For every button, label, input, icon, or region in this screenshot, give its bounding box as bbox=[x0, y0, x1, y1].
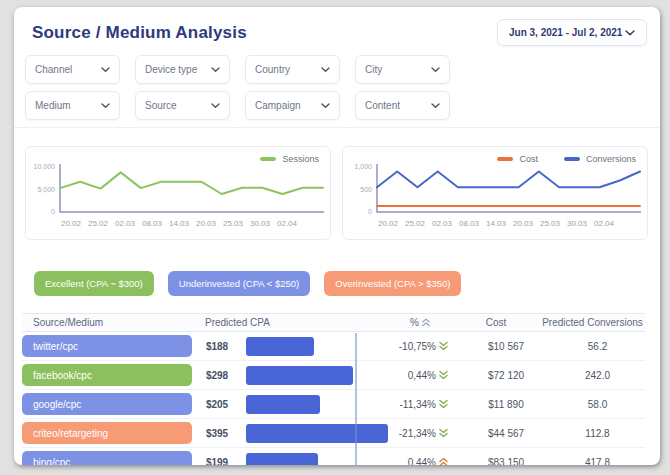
x-axis-tick: 20.03 bbox=[508, 219, 538, 228]
x-axis-tick: 20.02 bbox=[56, 219, 86, 228]
filter-label: Campaign bbox=[255, 100, 301, 111]
predicted-conversions-cell: 242.0 bbox=[550, 370, 645, 381]
cost-cell: $44 567 bbox=[462, 428, 550, 439]
source-medium-badge: bing/cpc bbox=[22, 451, 192, 465]
dashboard-card: Source / Medium Analysis Jun 3, 2021 - J… bbox=[14, 7, 660, 465]
table-row[interactable]: bing/cpc$1990,44%$83 150417.8 bbox=[22, 448, 645, 465]
filter-select-campaign[interactable]: Campaign bbox=[245, 91, 340, 120]
section-divider bbox=[14, 127, 660, 128]
source-medium-cell: facebook/cpc bbox=[22, 364, 192, 386]
trend-down-icon bbox=[439, 428, 448, 438]
cost-cell: $72 120 bbox=[462, 370, 550, 381]
y-axis-tick: 10,000 bbox=[26, 163, 55, 170]
filter-label: Country bbox=[255, 64, 290, 75]
x-axis-tick: 02.03 bbox=[110, 219, 140, 228]
x-axis-tick: 30.03 bbox=[245, 219, 275, 228]
legend-item-conversions: Conversions bbox=[564, 154, 636, 164]
y-axis-tick: 0 bbox=[26, 208, 55, 215]
filter-select-country[interactable]: Country bbox=[245, 55, 340, 84]
chevron-down-icon bbox=[211, 67, 220, 73]
predicted-conversions-cell: 58.0 bbox=[550, 399, 645, 410]
x-axis-tick: 25.02 bbox=[400, 219, 430, 228]
x-axis-tick: 25.03 bbox=[535, 219, 565, 228]
table-row[interactable]: twitter/cpc$188-10,75%$10 56756.2 bbox=[22, 332, 645, 361]
table-row[interactable]: google/cpc$205-11,34%$11 89058.0 bbox=[22, 390, 645, 419]
cost-cell: $10 567 bbox=[462, 341, 550, 352]
percent-change-cell: 0,44% bbox=[362, 457, 462, 466]
filter-select-city[interactable]: City bbox=[355, 55, 450, 84]
chevron-down-icon bbox=[625, 30, 635, 36]
source-medium-cell: google/cpc bbox=[22, 393, 192, 415]
col-header-percent[interactable]: % bbox=[352, 317, 452, 328]
chevron-down-icon bbox=[211, 103, 220, 109]
col-header-cost: Cost bbox=[452, 317, 540, 328]
legend-label: Conversions bbox=[586, 154, 636, 164]
x-axis-tick: 08.03 bbox=[454, 219, 484, 228]
filter-select-device-type[interactable]: Device type bbox=[135, 55, 230, 84]
filter-select-content[interactable]: Content bbox=[355, 91, 450, 120]
x-axis-tick: 20.02 bbox=[373, 219, 403, 228]
trend-up-icon bbox=[439, 457, 448, 465]
legend-item-sessions: Sessions bbox=[260, 154, 319, 164]
filter-bar: ChannelDevice typeCountryCityMediumSourc… bbox=[25, 55, 450, 120]
filter-select-medium[interactable]: Medium bbox=[25, 91, 120, 120]
cpa-bar bbox=[246, 366, 353, 385]
trend-down-icon bbox=[439, 399, 448, 409]
table-row[interactable]: facebook/cpc$2980,44%$72 120242.0 bbox=[22, 361, 645, 390]
legend-label: Cost bbox=[519, 154, 538, 164]
x-axis-tick: 02.03 bbox=[427, 219, 457, 228]
source-medium-badge: google/cpc bbox=[22, 393, 192, 415]
x-axis-tick: 25.03 bbox=[218, 219, 248, 228]
table-row[interactable]: criteo/retargeting$395-21,34%$44 567112.… bbox=[22, 419, 645, 448]
x-axis-tick: 25.02 bbox=[83, 219, 113, 228]
trend-down-icon bbox=[439, 341, 448, 351]
chevron-down-icon bbox=[101, 103, 110, 109]
legend-dash-icon bbox=[260, 157, 276, 161]
cpa-legend-chip-underinvested: Underinvested (CPA < $250) bbox=[168, 271, 311, 296]
col-header-predicted-cpa: Predicted CPA bbox=[192, 317, 352, 328]
chart-legend: Sessions bbox=[260, 154, 319, 164]
filter-select-source[interactable]: Source bbox=[135, 91, 230, 120]
filter-label: Content bbox=[365, 100, 400, 111]
x-axis-tick: 14.03 bbox=[481, 219, 511, 228]
predicted-cpa-value: $205 bbox=[192, 399, 242, 410]
cost-cell: $11 890 bbox=[462, 399, 550, 410]
legend-dash-icon bbox=[564, 157, 580, 161]
trend-down-icon bbox=[439, 370, 448, 380]
legend-item-cost: Cost bbox=[497, 154, 538, 164]
cpa-bar-cell bbox=[242, 395, 362, 414]
percent-change-cell: -11,34% bbox=[362, 399, 462, 410]
predicted-cpa-value: $395 bbox=[192, 428, 242, 439]
chevron-down-icon bbox=[431, 103, 440, 109]
cpa-bar-cell bbox=[242, 424, 362, 443]
source-medium-badge: criteo/retargeting bbox=[22, 422, 192, 444]
chevron-down-icon bbox=[431, 67, 440, 73]
card-header: Source / Medium Analysis Jun 3, 2021 - J… bbox=[32, 19, 647, 46]
filter-label: Channel bbox=[35, 64, 72, 75]
y-axis-tick: 1,000 bbox=[343, 163, 372, 170]
col-header-predicted-conversions: Predicted Conversions bbox=[540, 317, 645, 328]
y-axis-tick: 500 bbox=[343, 186, 372, 193]
x-axis-tick: 20.03 bbox=[191, 219, 221, 228]
date-range-select[interactable]: Jun 3, 2021 - Jul 2, 2021 bbox=[497, 19, 647, 46]
predicted-conversions-cell: 112.8 bbox=[550, 428, 645, 439]
charts-section: 10,0005,000020.0225.0202.0308.0314.0320.… bbox=[25, 146, 648, 240]
page-title: Source / Medium Analysis bbox=[32, 23, 247, 43]
source-medium-cell: criteo/retargeting bbox=[22, 422, 192, 444]
percent-change-cell: -21,34% bbox=[362, 428, 462, 439]
source-medium-badge: facebook/cpc bbox=[22, 364, 192, 386]
cpa-bar-cell bbox=[242, 337, 362, 356]
chevron-down-icon bbox=[321, 67, 330, 73]
legend-dash-icon bbox=[497, 157, 513, 161]
filter-label: Device type bbox=[145, 64, 197, 75]
x-axis-tick: 02.04 bbox=[589, 219, 619, 228]
predicted-conversions-cell: 56.2 bbox=[550, 341, 645, 352]
filter-select-channel[interactable]: Channel bbox=[25, 55, 120, 84]
chevron-down-icon bbox=[321, 103, 330, 109]
percent-change-cell: -10,75% bbox=[362, 341, 462, 352]
sort-chevrons-icon bbox=[422, 318, 430, 327]
x-axis-tick: 14.03 bbox=[164, 219, 194, 228]
cpa-legend-chip-excellent: Excellent (CPA ~ $300) bbox=[34, 271, 154, 296]
y-axis-tick: 5,000 bbox=[26, 186, 55, 193]
cpa-bar-cell bbox=[242, 366, 362, 385]
